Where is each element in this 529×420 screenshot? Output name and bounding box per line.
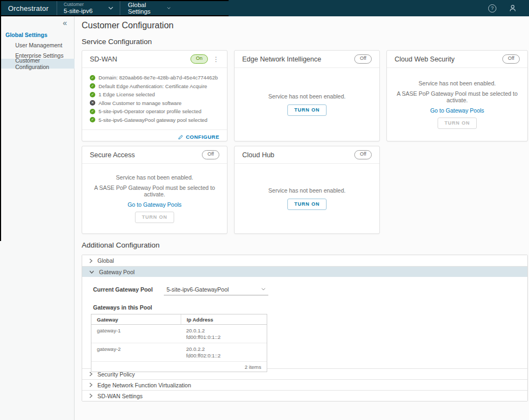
card-cloud-hub: Cloud Hub Off Service has not been enabl… — [234, 146, 380, 234]
app-title: Orchestrator — [0, 0, 57, 16]
global-settings-menu[interactable]: Global Settings — [120, 0, 178, 16]
ip-address-cell: 20.0.1.2 fd00:ff01:0:1::2 — [181, 325, 267, 343]
card-secure-access: Secure Access Off Service has not been e… — [82, 146, 227, 234]
current-gateway-pool-select[interactable]: 5-site-ipv6-GatewayPool — [164, 283, 268, 295]
header-spacer — [178, 0, 488, 16]
card-title: Secure Access — [90, 151, 202, 159]
turn-on-button[interactable]: TURN ON — [287, 199, 327, 210]
accordion-row-global[interactable]: Global — [82, 255, 527, 266]
caret-right-icon — [89, 393, 93, 398]
check-circle-icon: ✓ — [90, 92, 95, 97]
screenshot-frame-artifact — [0, 0, 229, 1]
card-title: Cloud Hub — [242, 151, 354, 159]
table-row: gateway-1 20.0.1.2 fd00:ff01:0:1::2 — [91, 325, 267, 343]
turn-on-button-disabled[interactable]: TURN ON — [135, 212, 175, 223]
table-footer-count: 2 items — [91, 362, 267, 372]
screenshot-frame-artifact — [0, 0, 1, 241]
chevron-down-icon — [167, 7, 170, 10]
go-to-gateway-pools-link[interactable]: Go to Gateway Pools — [430, 107, 484, 114]
card-title: Edge Network Intelligence — [242, 55, 354, 63]
checklist-item-text: 1 Edge License selected — [99, 91, 155, 97]
checklist-item-text: Allow Customer to manage software — [99, 100, 182, 106]
pencil-icon — [178, 134, 183, 140]
ipv4-value: 20.0.2.2 — [186, 346, 261, 353]
check-circle-icon: ✓ — [90, 83, 95, 89]
status-badge: Off — [502, 54, 520, 64]
go-to-gateway-pools-link[interactable]: Go to Gateway Pools — [127, 201, 181, 208]
gateways-in-pool-label: Gateways in this Pool — [93, 304, 152, 311]
accordion-row-edge-network-function-virtualization[interactable]: Edge Network Function Virtualization — [82, 379, 527, 390]
service-message: Service has not been enabled. — [268, 93, 346, 100]
caret-right-icon — [89, 382, 93, 387]
gateway-name-cell: gateway-1 — [91, 325, 181, 343]
checklist-item-text: 5-site-ipv6-GatewayPool gateway pool sel… — [99, 117, 207, 123]
card-title: SD-WAN — [90, 55, 190, 63]
card-title: Cloud Web Security — [395, 55, 502, 63]
accordion-label: Gateway Pool — [99, 269, 134, 275]
checklist-item-text: Default Edge Authentication: Certificate… — [99, 83, 207, 89]
sidebar-item-label: Customer Configuration — [15, 57, 75, 70]
sidebar-item-user-management[interactable]: User Management — [0, 40, 75, 50]
card-body: Service has not been enabled. A SASE PoP… — [387, 68, 527, 141]
sase-message: A SASE PoP Gateway Pool must be selected… — [88, 184, 222, 197]
accordion-row-gateway-pool[interactable]: Gateway Pool — [82, 266, 527, 277]
accordion-row-sd-wan-settings[interactable]: SD-WAN Settings — [82, 390, 527, 401]
checklist-item-text: 5-site-ipv6-Operator operator profile se… — [99, 108, 201, 114]
card-header: SD-WAN On ⋮ — [82, 51, 227, 68]
screenshot-frame-artifact — [0, 15, 229, 16]
gateways-table: Gateway Ip Address gateway-1 20.0.1.2 fd… — [91, 314, 267, 372]
card-edge-network-intelligence: Edge Network Intelligence Off Service ha… — [234, 50, 380, 141]
turn-on-button-disabled[interactable]: TURN ON — [438, 118, 477, 129]
service-message: Service has not been enabled. — [419, 80, 496, 87]
card-header: Secure Access Off — [82, 146, 227, 164]
chevron-down-icon — [108, 7, 113, 10]
sidebar: « Global Settings User Management Enterp… — [0, 16, 75, 420]
card-cloud-web-security: Cloud Web Security Off Service has not b… — [386, 50, 528, 141]
sidebar-section-global-settings[interactable]: Global Settings — [5, 32, 47, 38]
column-header-ip-address: Ip Address — [181, 314, 267, 324]
ipv6-value: fd00:ff01:0:1::2 — [186, 334, 261, 341]
gateway-pool-panel: Current Gateway Pool 5-site-ipv6-Gateway… — [82, 277, 527, 368]
status-badge: Off — [354, 54, 372, 64]
checklist-item: ✓ 1 Edge License selected — [90, 91, 219, 97]
configure-button[interactable]: CONFIGURE — [178, 134, 220, 140]
card-header: Cloud Hub Off — [235, 146, 379, 164]
customer-menu[interactable]: Customer 5-site-ipv6 — [57, 0, 120, 16]
check-circle-icon: ✓ — [90, 117, 95, 122]
customer-menu-value: 5-site-ipv6 — [64, 7, 93, 15]
service-message: Service has not been enabled. — [116, 174, 193, 181]
sidebar-item-customer-configuration[interactable]: Customer Configuration — [0, 59, 75, 69]
checklist-item: ✕ Allow Customer to manage software — [90, 100, 219, 106]
current-gateway-pool-value: 5-site-ipv6-GatewayPool — [167, 286, 229, 293]
checklist-item: ✓ 5-site-ipv6-GatewayPool gateway pool s… — [90, 117, 219, 123]
sidebar-collapse-icon[interactable]: « — [63, 18, 67, 27]
user-icon[interactable] — [508, 4, 517, 13]
status-badge: On — [190, 54, 208, 64]
kebab-menu-icon[interactable]: ⋮ — [213, 57, 219, 62]
global-settings-menu-label: Global Settings — [128, 2, 158, 15]
times-circle-icon: ✕ — [90, 100, 95, 106]
status-badge: Off — [354, 150, 372, 159]
card-header: Edge Network Intelligence Off — [235, 51, 379, 68]
customer-menu-label: Customer — [64, 2, 93, 8]
caret-right-icon — [89, 372, 93, 376]
sidebar-item-label: User Management — [15, 42, 62, 48]
gateways-table-header: Gateway Ip Address — [91, 314, 267, 325]
top-navigation-bar: Orchestrator Customer 5-site-ipv6 Global… — [0, 0, 529, 16]
ipv4-value: 20.0.1.2 — [186, 328, 261, 334]
caret-down-icon — [89, 270, 94, 274]
chevron-down-icon — [261, 288, 266, 291]
accordion-label: Global — [97, 257, 114, 264]
additional-configuration-accordion: Global Gateway Pool Current Gateway Pool… — [82, 255, 528, 402]
accordion-label: Edge Network Function Virtualization — [97, 382, 191, 388]
card-footer: CONFIGURE — [82, 129, 227, 144]
status-badge: Off — [202, 150, 219, 159]
configure-button-label: CONFIGURE — [186, 134, 220, 140]
check-circle-icon: ✓ — [90, 109, 95, 114]
help-icon[interactable]: ? — [488, 4, 496, 13]
card-header: Cloud Web Security Off — [387, 51, 527, 68]
caret-right-icon — [89, 258, 93, 263]
column-header-gateway: Gateway — [91, 317, 181, 323]
turn-on-button[interactable]: TURN ON — [287, 104, 327, 116]
checklist-item-text: Domain: 820aab66-8e7e-428b-ab7d-45e4c774… — [99, 75, 218, 81]
